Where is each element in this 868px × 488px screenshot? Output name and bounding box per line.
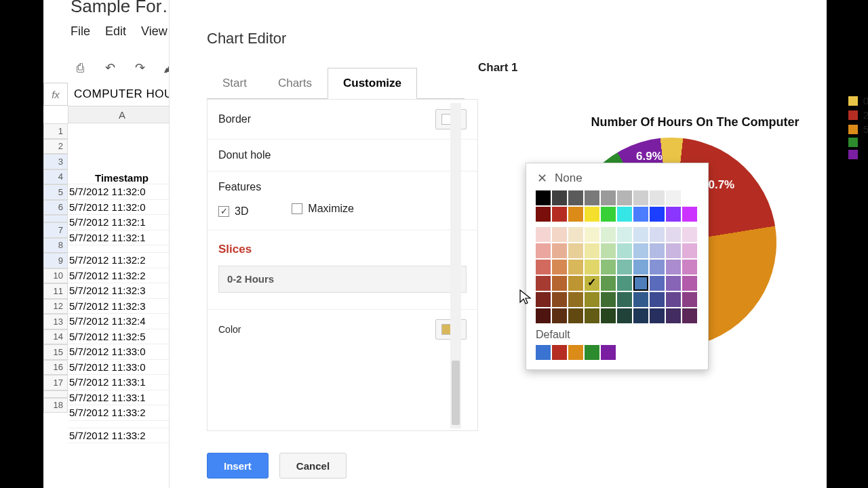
color-swatch[interactable] <box>682 260 697 274</box>
color-swatch[interactable] <box>585 243 599 258</box>
color-swatch[interactable] <box>568 207 583 222</box>
color-swatch[interactable] <box>633 227 648 242</box>
color-swatch[interactable] <box>682 292 697 307</box>
color-swatch[interactable] <box>568 292 583 307</box>
scrollbar-thumb[interactable] <box>452 361 460 425</box>
color-swatch[interactable] <box>552 308 567 323</box>
color-swatch[interactable] <box>666 292 681 307</box>
undo-icon[interactable]: ↶ <box>100 58 119 77</box>
color-swatch[interactable] <box>633 292 648 307</box>
color-swatch[interactable] <box>617 260 632 274</box>
row-header[interactable]: 4 <box>43 169 68 185</box>
color-swatch[interactable] <box>633 308 648 323</box>
row-header[interactable]: 16 <box>43 360 68 375</box>
row-header[interactable]: 17 <box>43 375 68 390</box>
redo-icon[interactable]: ↷ <box>130 58 149 77</box>
row-header[interactable]: 6 <box>43 200 68 216</box>
menu-file[interactable]: File <box>71 24 90 39</box>
color-swatch[interactable] <box>617 308 632 323</box>
color-swatch[interactable] <box>666 207 681 222</box>
slice-selector[interactable]: 0-2 Hours <box>218 266 467 293</box>
color-swatch[interactable] <box>536 292 551 307</box>
color-swatch-default[interactable] <box>568 345 583 360</box>
row-header[interactable]: 18 <box>43 398 68 413</box>
color-swatch[interactable] <box>552 260 567 274</box>
color-swatch[interactable] <box>633 243 648 258</box>
color-swatch[interactable] <box>536 243 551 258</box>
color-swatch[interactable] <box>585 190 599 205</box>
cancel-button[interactable]: Cancel <box>279 453 347 479</box>
color-swatch[interactable] <box>552 227 567 242</box>
color-swatch[interactable] <box>536 227 551 242</box>
color-swatch[interactable] <box>536 276 551 291</box>
row-header[interactable]: 11 <box>43 283 68 299</box>
color-swatch[interactable] <box>682 276 697 291</box>
color-swatch[interactable] <box>585 260 599 274</box>
menu-view[interactable]: View <box>141 24 167 39</box>
color-swatch[interactable] <box>666 308 681 323</box>
color-swatch[interactable] <box>633 190 648 205</box>
row-header[interactable]: 9 <box>43 253 68 268</box>
color-swatch[interactable] <box>585 207 599 222</box>
color-swatch[interactable] <box>601 227 616 242</box>
color-swatch[interactable] <box>617 276 632 291</box>
color-swatch[interactable] <box>650 260 665 274</box>
panel-scrollbar[interactable] <box>450 103 461 428</box>
color-swatch[interactable] <box>585 276 599 291</box>
color-swatch[interactable] <box>552 243 567 258</box>
color-swatch[interactable] <box>617 227 632 242</box>
color-swatch[interactable] <box>617 292 632 307</box>
color-swatch[interactable] <box>682 308 697 323</box>
row-header[interactable]: 3 <box>43 154 68 169</box>
row-header[interactable]: 10 <box>43 268 68 284</box>
row-header[interactable]: 2 <box>43 139 68 155</box>
color-swatch[interactable] <box>568 308 583 323</box>
color-swatch[interactable] <box>536 308 551 323</box>
color-swatch[interactable] <box>552 207 567 222</box>
color-swatch[interactable] <box>601 260 616 274</box>
color-swatch[interactable] <box>552 190 567 205</box>
row-header[interactable]: 14 <box>43 329 68 345</box>
color-swatch[interactable] <box>682 190 697 205</box>
color-swatch[interactable] <box>601 243 616 258</box>
color-swatch[interactable] <box>585 292 599 307</box>
color-swatch[interactable] <box>552 292 567 307</box>
color-swatch[interactable] <box>568 227 583 242</box>
color-swatch[interactable] <box>650 276 665 291</box>
color-swatch[interactable] <box>666 227 681 242</box>
color-swatch[interactable] <box>568 276 583 291</box>
color-none-option[interactable]: ✕ None <box>536 171 698 185</box>
color-swatch[interactable] <box>617 190 632 205</box>
color-swatch[interactable] <box>650 227 665 242</box>
tab-customize[interactable]: Customize <box>328 68 417 99</box>
color-swatch-default[interactable] <box>552 345 567 360</box>
column-header-a[interactable]: A <box>68 106 176 123</box>
color-swatch[interactable] <box>568 260 583 274</box>
color-swatch[interactable] <box>601 292 616 307</box>
row-header[interactable]: 7 <box>43 222 68 238</box>
formula-bar-value[interactable]: COMPUTER HOU <box>74 83 173 106</box>
color-swatch[interactable] <box>617 207 632 222</box>
color-swatch[interactable] <box>666 260 681 274</box>
row-header[interactable]: 13 <box>43 314 68 329</box>
color-swatch[interactable] <box>585 227 599 242</box>
color-swatch[interactable] <box>650 207 665 222</box>
menu-edit[interactable]: Edit <box>105 24 126 39</box>
checkbox-3d[interactable]: ✓3D <box>218 205 248 218</box>
row-header[interactable] <box>43 390 68 398</box>
color-swatch[interactable] <box>601 308 616 323</box>
row-header[interactable]: 8 <box>43 238 68 253</box>
row-header[interactable] <box>43 215 68 222</box>
color-swatch[interactable] <box>601 190 616 205</box>
color-swatch[interactable] <box>601 207 616 222</box>
tab-charts[interactable]: Charts <box>262 68 328 99</box>
color-swatch[interactable] <box>682 227 697 242</box>
color-swatch[interactable] <box>682 243 697 258</box>
color-swatch[interactable] <box>633 207 648 222</box>
tab-start[interactable]: Start <box>207 68 262 99</box>
color-swatch[interactable] <box>650 243 665 258</box>
insert-button[interactable]: Insert <box>207 453 269 479</box>
color-swatch[interactable] <box>536 260 551 274</box>
color-swatch[interactable] <box>536 190 551 205</box>
color-swatch[interactable] <box>666 190 681 205</box>
